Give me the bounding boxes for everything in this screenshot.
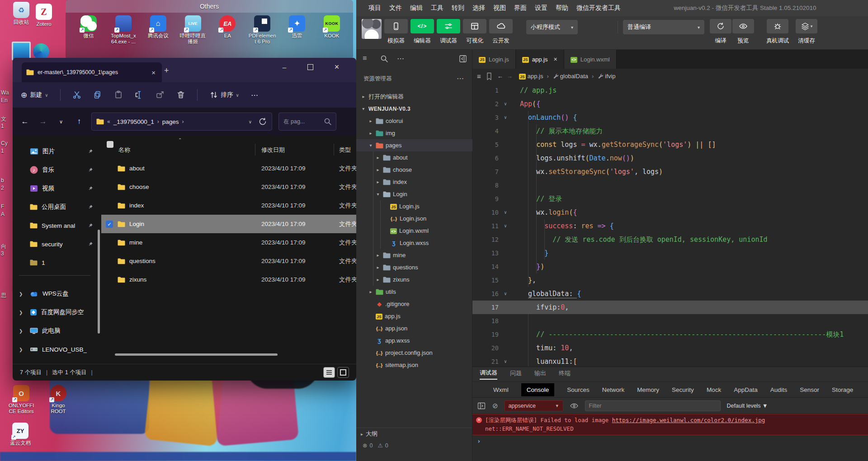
column-name[interactable]: 名称 bbox=[118, 146, 130, 154]
tree-item-questions[interactable]: ▸questions bbox=[356, 261, 472, 273]
minimize-button[interactable]: – bbox=[273, 58, 296, 76]
sidebar-item-音乐[interactable]: ♪音乐 bbox=[13, 161, 97, 179]
nav-forward-icon[interactable]: → bbox=[507, 73, 513, 80]
menu-编辑[interactable]: 编辑 bbox=[406, 4, 427, 12]
menu-工具[interactable]: 工具 bbox=[427, 4, 448, 12]
tree-item-mine[interactable]: ▸mine bbox=[356, 249, 472, 261]
sidebar-item-1[interactable]: 1 bbox=[13, 254, 97, 271]
tab-close-icon[interactable]: × bbox=[150, 69, 157, 76]
compile-select[interactable]: 普通编译▾ bbox=[623, 20, 704, 34]
tree-item-index[interactable]: ▸index bbox=[356, 176, 472, 188]
tree-item-colorui[interactable]: ▸colorui bbox=[356, 115, 472, 127]
clear-console-icon[interactable]: ⊘ bbox=[492, 402, 498, 410]
breadcrumb-segment[interactable]: pages bbox=[162, 118, 179, 125]
menu-转到[interactable]: 转到 bbox=[448, 4, 468, 12]
toolbar-可视化-button[interactable] bbox=[463, 19, 486, 33]
breadcrumb-app.js[interactable]: JSapp.js bbox=[519, 73, 543, 80]
address-breadcrumb[interactable]: « _139795000_1›pages› ∨ bbox=[91, 113, 272, 131]
breadcrumb-ifvip[interactable]: ifvip bbox=[597, 73, 615, 80]
panel-tab-Console[interactable]: Console bbox=[521, 383, 555, 396]
action-清缓存-button[interactable]: ▾ bbox=[796, 19, 817, 33]
sidebar-scrollbar[interactable] bbox=[98, 230, 100, 334]
fold-chevron-icon[interactable]: ∨ bbox=[500, 219, 510, 233]
tree-item-Login.wxss[interactable]: ʒLogin.wxss bbox=[356, 237, 472, 249]
chevron-right-icon[interactable]: ❯ bbox=[19, 329, 23, 334]
sidebar-item-视频[interactable]: 视频 bbox=[13, 180, 97, 197]
fold-chevron-icon[interactable]: ∨ bbox=[500, 287, 510, 301]
new-tab-button[interactable]: + bbox=[164, 66, 169, 75]
more-icon[interactable]: ⋯ bbox=[397, 54, 404, 63]
details-view-button[interactable] bbox=[323, 367, 335, 378]
tree-item-Login.json[interactable]: {..}Login.json bbox=[356, 212, 472, 225]
menu-项目[interactable]: 项目 bbox=[364, 4, 385, 12]
desktop-icon-wechat[interactable]: ↗微信 bbox=[72, 15, 105, 45]
file-row-index[interactable]: index2023/4/10 17:09文件夹 bbox=[101, 196, 356, 215]
tree-item-app.wxss[interactable]: ʒapp.wxss bbox=[356, 334, 472, 347]
live-expression-eye-icon[interactable] bbox=[570, 401, 579, 410]
tree-item-.gitignore[interactable]: ◆.gitignore bbox=[356, 298, 472, 310]
panel-tab-AppData[interactable]: AppData bbox=[734, 386, 758, 393]
action-真机调试-button[interactable] bbox=[767, 19, 788, 33]
paste-button[interactable] bbox=[114, 90, 123, 99]
menu-微信开发者工具[interactable]: 微信开发者工具 bbox=[572, 4, 625, 12]
context-select[interactable]: appservice▼ bbox=[505, 400, 563, 411]
search-input[interactable] bbox=[283, 118, 321, 125]
panel-tab-Wxml[interactable]: Wxml bbox=[493, 386, 509, 393]
column-divider[interactable] bbox=[334, 144, 334, 155]
nav-back-icon[interactable]: ← bbox=[497, 73, 503, 80]
desktop-icon-ea[interactable]: EA↗EA bbox=[211, 15, 244, 45]
sort-button[interactable]: 排序∨ bbox=[209, 90, 239, 99]
panel-tab-Memory[interactable]: Memory bbox=[637, 386, 659, 393]
desktop-icon-pdfelement[interactable]: ↗PDFelemen t 6 Pro bbox=[245, 15, 279, 45]
file-row-about[interactable]: about2023/4/10 17:09文件夹 bbox=[101, 159, 356, 178]
tree-item-img[interactable]: ▸img bbox=[356, 127, 472, 139]
toolbar-云开发-button[interactable] bbox=[489, 19, 513, 33]
desktop-icon-lanyun-doc[interactable]: ZY↗蓝云文档 bbox=[4, 423, 37, 446]
tree-item-app.js[interactable]: JSapp.js bbox=[356, 310, 472, 322]
file-row-choose[interactable]: choose2023/4/10 17:09文件夹 bbox=[101, 178, 356, 196]
cut-button[interactable] bbox=[72, 90, 81, 99]
panel-tab-Network[interactable]: Network bbox=[602, 386, 625, 393]
chevron-right-icon[interactable]: ❯ bbox=[19, 347, 23, 352]
close-button[interactable]: × bbox=[325, 58, 349, 76]
collapse-sidebar-icon[interactable] bbox=[458, 54, 467, 63]
tree-item-project.config.json[interactable]: {..}project.config.json bbox=[356, 347, 472, 359]
tree-item-about[interactable]: ▸about bbox=[356, 151, 472, 164]
sidebar-item-security[interactable]: security bbox=[13, 235, 97, 253]
debugger-tab-调试器[interactable]: 调试器 bbox=[480, 369, 497, 380]
sidebar-item-System anal[interactable]: System anal bbox=[13, 217, 97, 234]
up-icon[interactable]: ↑ bbox=[73, 117, 85, 126]
column-divider[interactable] bbox=[255, 144, 255, 155]
desktop-icon-xunlei[interactable]: ✦↗迅雷 bbox=[280, 15, 314, 45]
avatar[interactable] bbox=[362, 19, 382, 39]
sidebar-item-LENOVO_USB_[interactable]: ❯LENOVO_USB_ bbox=[13, 341, 97, 358]
tree-item-choose[interactable]: ▸choose bbox=[356, 164, 472, 176]
action-预览-button[interactable] bbox=[732, 19, 754, 33]
sidebar-item-图片[interactable]: 图片 bbox=[13, 143, 97, 160]
debugger-tab-问题[interactable]: 问题 bbox=[510, 369, 522, 379]
error-url-link[interactable]: https://image.weilanwl.com/color2.0/inde… bbox=[612, 417, 765, 423]
file-row-zixuns[interactable]: zixuns2023/4/10 17:09文件夹 bbox=[101, 270, 356, 289]
menu-设置[interactable]: 设置 bbox=[531, 4, 552, 12]
desktop-icon-onlyoffice[interactable]: O↗ONLYOFFI CE Editors bbox=[5, 385, 38, 414]
desktop-icon-tencent-meeting[interactable]: ⌂↗腾讯会议 bbox=[142, 15, 175, 45]
tree-item-Login[interactable]: ▾Login bbox=[356, 188, 472, 200]
desktop-icon-topmost[interactable]: ↗TopMost_x 64.exe - ... bbox=[107, 15, 140, 45]
fold-chevron-icon[interactable]: ∨ bbox=[500, 355, 510, 367]
action-编译-button[interactable] bbox=[710, 19, 731, 33]
chevron-right-icon[interactable]: ❯ bbox=[19, 310, 23, 315]
toolbar-编辑器-button[interactable]: </> bbox=[410, 19, 434, 33]
file-row-Login[interactable]: ✓Login2023/4/10 17:09文件夹 bbox=[101, 215, 356, 233]
panel-tab-Sensor[interactable]: Sensor bbox=[800, 386, 819, 393]
chevron-right-icon[interactable]: ❯ bbox=[19, 292, 23, 296]
menu-界面[interactable]: 界面 bbox=[510, 4, 531, 12]
file-row-mine[interactable]: mine2023/4/10 17:09文件夹 bbox=[101, 233, 356, 252]
refresh-icon[interactable] bbox=[258, 117, 267, 126]
debugger-tab-输出[interactable]: 输出 bbox=[534, 369, 546, 379]
tree-item-Login.wxml[interactable]: <>Login.wxml bbox=[356, 225, 472, 237]
forward-icon[interactable]: → bbox=[37, 117, 49, 126]
column-type[interactable]: 类型 bbox=[339, 146, 355, 154]
tree-item-WENJUAN-V0.3[interactable]: ▾WENJUAN-V0.3 bbox=[356, 103, 472, 115]
row-checkbox[interactable]: ✓ bbox=[106, 221, 113, 228]
console-error-message[interactable]: ✕ [渲染层网络层错误] Failed to load image https:… bbox=[472, 414, 868, 435]
